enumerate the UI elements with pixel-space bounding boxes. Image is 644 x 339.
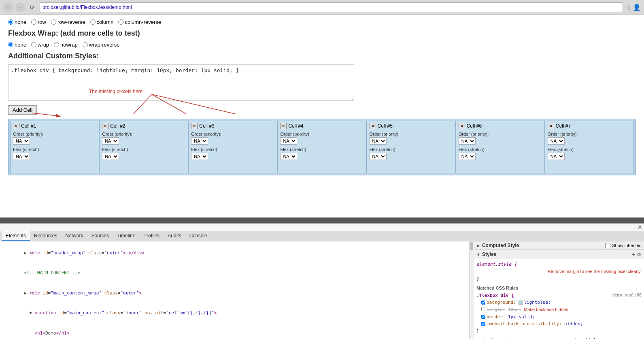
computed-style-title: Computed Style (482, 243, 519, 248)
matched-css-title: Matched CSS Rules (476, 286, 642, 290)
cell-4-flex-select[interactable]: NA (280, 153, 297, 160)
wrap-wrap-reverse-radio[interactable] (83, 42, 88, 47)
direction-row-radio[interactable] (31, 19, 36, 25)
css-margin-checkbox[interactable] (481, 307, 485, 311)
cell-5-name: Cell #5 (378, 123, 393, 129)
cell-3-close-button[interactable]: ✕ (191, 123, 198, 129)
devtools-top-bar: ✕ (0, 224, 644, 231)
tab-profiles[interactable]: Profiles (139, 231, 164, 241)
cell-6-close-button[interactable]: ✕ (459, 123, 465, 129)
styles-tools: + ⚙ (632, 251, 642, 258)
dom-line-2[interactable]: <!-- MAIN CONTENT --> (2, 263, 466, 284)
page-content: none row row-reverse column column-rever… (0, 15, 644, 217)
address-bar[interactable] (40, 2, 623, 12)
wrap-nowrap-label[interactable]: nowrap (54, 42, 78, 48)
computed-toggle-icon[interactable]: ► (476, 243, 480, 248)
direction-none-label[interactable]: none (8, 19, 26, 25)
css-margin-annotation: Make backface hidden. (524, 306, 570, 313)
refresh-button[interactable]: ⟳ (28, 2, 37, 12)
star-icon[interactable]: ☆ (625, 4, 631, 11)
cell-6-order-select[interactable]: NA (459, 137, 476, 145)
tab-console[interactable]: Console (185, 231, 211, 241)
devtools-close-button[interactable]: ✕ (638, 224, 642, 230)
css-margin-prop: margin: (487, 306, 505, 313)
direction-column-reverse-radio[interactable] (118, 19, 123, 25)
direction-column-reverse-label[interactable]: column-reverse (118, 19, 161, 25)
element-style-selector-text: element.style { (476, 262, 516, 267)
flexbox-div-rule-header: .flexbox div { demo.html:60 (476, 292, 642, 299)
cell-5-header: ✕ Cell #5 (370, 123, 453, 129)
cell-3-flex-select[interactable]: NA (191, 153, 208, 160)
tab-network[interactable]: Network (61, 231, 87, 241)
css-add-button[interactable]: + (632, 251, 635, 258)
css-prop-margin: margin: 10px; Make backface hidden. (476, 306, 642, 313)
dom-line-5[interactable]: <h1>Demo</h1> (2, 323, 466, 339)
tab-timeline[interactable]: Timeline (113, 231, 139, 241)
cell-3-order-select[interactable]: NA (191, 137, 208, 145)
css-border-val: 1px solid; (508, 313, 535, 321)
scrollbar-thumb[interactable] (470, 242, 473, 250)
tab-resources[interactable]: Resources (30, 231, 61, 241)
cell-2: ✕ Cell #2 Order (priority): NA Flex (str… (99, 121, 188, 173)
cell-7-order-select[interactable]: NA (548, 137, 565, 145)
flexbox-div-origin[interactable]: demo.html:60 (612, 292, 642, 299)
css-backface-checkbox[interactable] (481, 322, 485, 326)
cell-5-close-button[interactable]: ✕ (370, 123, 376, 129)
wrap-none-radio[interactable] (8, 42, 13, 47)
wrap-wrap-reverse-label[interactable]: wrap-reverse (83, 42, 120, 48)
direction-none-radio[interactable] (8, 19, 13, 25)
cell-2-order-select[interactable]: NA (102, 137, 119, 145)
css-backface-val: hidden; (564, 320, 583, 328)
tab-sources[interactable]: Sources (87, 231, 113, 241)
dom-scrollbar[interactable] (469, 241, 474, 339)
css-background-checkbox[interactable] (481, 301, 485, 305)
cell-4-order-select[interactable]: NA (280, 137, 297, 145)
cell-5-order-select[interactable]: NA (370, 137, 387, 145)
wrap-none-label[interactable]: none (8, 42, 26, 48)
dom-line-1[interactable]: ▶ <div id="header_wrap" class="outer">…<… (2, 243, 466, 263)
user-icon[interactable]: 👤 (633, 4, 641, 11)
add-cell-button[interactable]: Add Cell (8, 105, 37, 115)
cell-1-close-button[interactable]: ✕ (13, 123, 19, 129)
cell-7-flex-select[interactable]: NA (548, 153, 565, 160)
tab-elements[interactable]: Elements (2, 231, 30, 241)
direction-row-label[interactable]: row (31, 19, 46, 25)
custom-styles-title: Additional Custom Styles: (8, 52, 636, 60)
direction-column-radio[interactable] (90, 19, 96, 25)
cell-3-order-label: Order (priority): (191, 132, 274, 136)
cell-1-flex-select[interactable]: NA (13, 153, 30, 160)
direction-row-reverse-radio[interactable] (51, 19, 56, 25)
cell-2-flex-select[interactable]: NA (102, 153, 119, 160)
direction-column-label[interactable]: column (90, 19, 114, 25)
wrap-wrap-label[interactable]: wrap (31, 42, 49, 48)
cell-2-flex-label: Flex (stretch): (102, 147, 185, 152)
cell-7-close-button[interactable]: ✕ (548, 123, 554, 129)
dom-line-4[interactable]: ▼ <section id="main_content" class="inne… (2, 303, 466, 324)
css-border-checkbox[interactable] (481, 315, 485, 319)
cell-4-header: ✕ Cell #4 (280, 123, 363, 129)
cell-4-flex-label: Flex (stretch): (280, 147, 363, 152)
cell-5: ✕ Cell #5 Order (priority): NA Flex (str… (367, 121, 456, 173)
styles-toggle-icon[interactable]: ▼ (476, 252, 480, 257)
dom-panel[interactable]: ▶ <div id="header_wrap" class="outer">…<… (0, 241, 469, 339)
cell-4-close-button[interactable]: ✕ (280, 123, 287, 129)
missing-pixels-annotation: The missing pixcels here. (89, 89, 144, 94)
css-margin-val: 10px; (508, 306, 521, 313)
custom-styles-textarea[interactable]: .flexbox div { background: lightblue; ma… (8, 64, 354, 101)
css-gear-button[interactable]: ⚙ (637, 251, 642, 258)
back-button[interactable]: ← (3, 2, 13, 12)
cell-1-order-select[interactable]: NA (13, 137, 30, 145)
wrap-wrap-radio[interactable] (31, 42, 36, 47)
css-background-val: lightblue; (524, 299, 550, 306)
cell-6-flex-select[interactable]: NA (459, 153, 476, 160)
cell-6-header: ✕ Cell #6 (459, 123, 542, 129)
direction-row-reverse-label[interactable]: row-reverse (51, 19, 85, 25)
show-inherited-checkbox[interactable] (605, 243, 610, 248)
wrap-nowrap-radio[interactable] (54, 42, 59, 47)
forward-button[interactable]: → (15, 2, 25, 12)
tab-audits[interactable]: Audits (164, 231, 185, 241)
browser-icons: ☆ 👤 (625, 4, 641, 11)
cell-5-flex-select[interactable]: NA (370, 153, 387, 160)
dom-line-3[interactable]: ▶ <div id="main_content_wrap" class="out… (2, 283, 466, 303)
cell-2-close-button[interactable]: ✕ (102, 123, 108, 129)
